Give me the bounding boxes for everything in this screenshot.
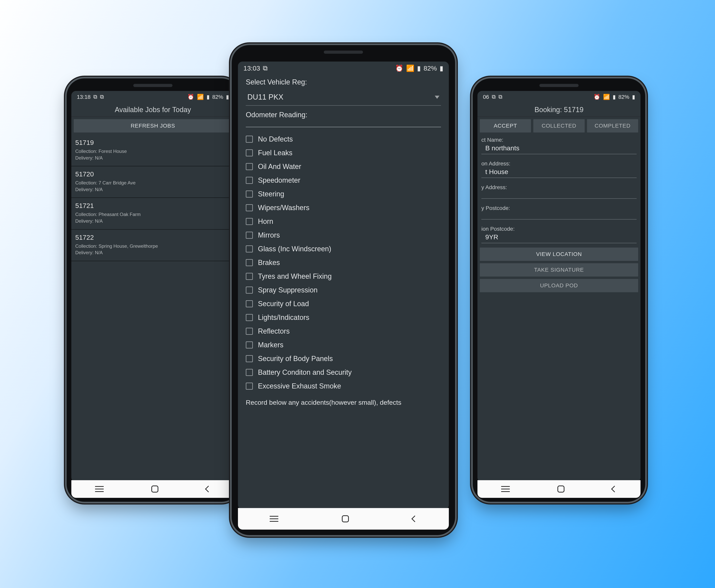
checkbox-icon[interactable]	[246, 273, 253, 280]
delivery-address-label: y Address:	[478, 182, 640, 192]
defect-check-item[interactable]: Steering	[246, 190, 441, 198]
chevron-down-icon	[435, 96, 439, 99]
defect-checklist: No DefectsFuel LeaksOil And WaterSpeedom…	[246, 135, 441, 390]
odometer-reading-input[interactable]	[246, 127, 441, 127]
job-collection: Collection: Pheasant Oak Farm	[75, 211, 231, 218]
refresh-jobs-button[interactable]: REFRESH JOBS	[74, 119, 232, 132]
checkbox-icon[interactable]	[246, 300, 253, 307]
checkbox-icon[interactable]	[246, 287, 253, 294]
defect-check-label: Horn	[258, 217, 273, 226]
view-location-button[interactable]: VIEW LOCATION	[480, 248, 638, 261]
defect-check-item[interactable]: Wipers/Washers	[246, 204, 441, 212]
recent-apps-button[interactable]	[95, 486, 104, 492]
collection-postcode-label: ion Postcode:	[478, 224, 640, 233]
phone-available-jobs: 13:18 ⧉ ⧉ ⏰ 📶 ▮ 82% ▮ Available Jobs for…	[67, 78, 239, 502]
delivery-address-value[interactable]	[481, 192, 637, 199]
collection-address-value[interactable]: t House	[481, 168, 637, 178]
defect-check-item[interactable]: Security of Body Panels	[246, 355, 441, 363]
defect-check-item[interactable]: Battery Conditon and Security	[246, 368, 441, 377]
defect-check-item[interactable]: Fuel Leaks	[246, 149, 441, 157]
statusbar: 13:03 ⧉ ⏰ 📶 ▮ 82% ▮	[238, 62, 449, 74]
job-collection: Collection: 7 Carr Bridge Ave	[75, 180, 231, 186]
screen-vehicle-check: 13:03 ⧉ ⏰ 📶 ▮ 82% ▮ Select Vehicle Reg: …	[238, 62, 449, 510]
defect-check-item[interactable]: Horn	[246, 217, 441, 226]
upload-pod-button[interactable]: UPLOAD POD	[480, 279, 638, 292]
recent-apps-button[interactable]	[270, 516, 278, 522]
checkbox-icon[interactable]	[246, 341, 253, 349]
defect-check-label: Steering	[258, 190, 284, 198]
checkbox-icon[interactable]	[246, 232, 253, 239]
defect-check-item[interactable]: Tyres and Wheel Fixing	[246, 272, 441, 280]
select-vehicle-reg-label: Select Vehicle Reg:	[246, 78, 441, 86]
wifi-icon: 📶	[603, 94, 610, 100]
defect-check-item[interactable]: Mirrors	[246, 231, 441, 239]
delivery-postcode-value[interactable]	[481, 212, 637, 219]
screen-available-jobs: 13:18 ⧉ ⧉ ⏰ 📶 ▮ 82% ▮ Available Jobs for…	[71, 91, 234, 482]
defect-check-item[interactable]: No Defects	[246, 135, 441, 143]
recent-apps-button[interactable]	[501, 486, 510, 492]
home-button[interactable]	[151, 485, 159, 492]
checkbox-icon[interactable]	[246, 328, 253, 335]
defect-check-item[interactable]: Markers	[246, 341, 441, 349]
statusbar: 06 ⧉ ⧉ ⏰ 📶 ▮ 82% ▮	[478, 91, 640, 102]
defect-check-item[interactable]: Brakes	[246, 258, 441, 267]
checkbox-icon[interactable]	[246, 314, 253, 321]
screen-booking-detail: 06 ⧉ ⧉ ⏰ 📶 ▮ 82% ▮ Booking: 51719 ACCEPT…	[478, 91, 640, 482]
checkbox-icon[interactable]	[246, 218, 253, 225]
checkbox-icon[interactable]	[246, 245, 253, 252]
checkbox-icon[interactable]	[246, 177, 253, 184]
defect-check-item[interactable]: Reflectors	[246, 327, 441, 335]
phone-booking-detail: 06 ⧉ ⧉ ⏰ 📶 ▮ 82% ▮ Booking: 51719 ACCEPT…	[473, 78, 645, 502]
job-item[interactable]: 51720Collection: 7 Carr Bridge AveDelive…	[71, 166, 234, 198]
contact-name-value[interactable]: B northants	[481, 144, 637, 154]
defect-check-label: Fuel Leaks	[258, 149, 292, 157]
checkbox-icon[interactable]	[246, 135, 253, 143]
checkbox-icon[interactable]	[246, 149, 253, 156]
checkbox-icon[interactable]	[246, 369, 253, 376]
job-item[interactable]: 51722Collection: Spring House, Greweltho…	[71, 230, 234, 261]
alarm-icon: ⏰	[395, 64, 403, 72]
checkbox-icon[interactable]	[246, 204, 253, 211]
signal-icon: ▮	[613, 94, 616, 100]
page-title: Available Jobs for Today	[71, 102, 234, 117]
accept-button[interactable]: ACCEPT	[480, 119, 531, 132]
take-signature-button[interactable]: TAKE SIGNATURE	[480, 263, 638, 276]
home-button[interactable]	[342, 515, 349, 522]
home-button[interactable]	[558, 485, 565, 492]
defect-check-item[interactable]: Spray Suppression	[246, 286, 441, 294]
checkbox-icon[interactable]	[246, 163, 253, 170]
phone-vehicle-check: 13:03 ⧉ ⏰ 📶 ▮ 82% ▮ Select Vehicle Reg: …	[232, 45, 455, 535]
defect-check-item[interactable]: Security of Load	[246, 300, 441, 308]
back-button[interactable]	[412, 516, 418, 522]
notif-icon: ⧉	[100, 94, 104, 100]
teams-icon: ⧉	[263, 64, 268, 72]
collection-postcode-value[interactable]: 9YR	[481, 233, 637, 243]
checkbox-icon[interactable]	[246, 259, 253, 266]
defect-check-item[interactable]: Speedometer	[246, 176, 441, 185]
back-button[interactable]	[205, 486, 212, 492]
defect-check-label: Mirrors	[258, 231, 280, 239]
defect-check-item[interactable]: Glass (Inc Windscreen)	[246, 245, 441, 253]
battery-icon: ▮	[226, 94, 229, 100]
defect-check-item[interactable]: Oil And Water	[246, 163, 441, 171]
defect-check-item[interactable]: Excessive Exhaust Smoke	[246, 382, 441, 390]
back-button[interactable]	[611, 486, 618, 492]
signal-icon: ▮	[417, 64, 421, 72]
checkbox-icon[interactable]	[246, 190, 253, 197]
checkbox-icon[interactable]	[246, 383, 253, 390]
collected-button[interactable]: COLLECTED	[533, 119, 585, 132]
defect-check-item[interactable]: Lights/Indicators	[246, 313, 441, 322]
status-time: 06	[483, 94, 489, 100]
battery-icon: ▮	[632, 94, 635, 100]
signal-icon: ▮	[207, 94, 210, 100]
defect-check-label: Security of Body Panels	[258, 355, 333, 363]
job-item[interactable]: 51721Collection: Pheasant Oak FarmDelive…	[71, 198, 234, 230]
completed-button[interactable]: COMPLETED	[587, 119, 638, 132]
defect-check-label: Oil And Water	[258, 163, 301, 171]
job-delivery: Delivery: N/A	[75, 186, 231, 193]
job-item[interactable]: 51719Collection: Forest HouseDelivery: N…	[71, 135, 234, 166]
checkbox-icon[interactable]	[246, 355, 253, 362]
battery-icon: ▮	[440, 64, 443, 72]
alarm-icon: ⏰	[187, 94, 194, 100]
vehicle-reg-select[interactable]: DU11 PKX	[246, 91, 441, 106]
